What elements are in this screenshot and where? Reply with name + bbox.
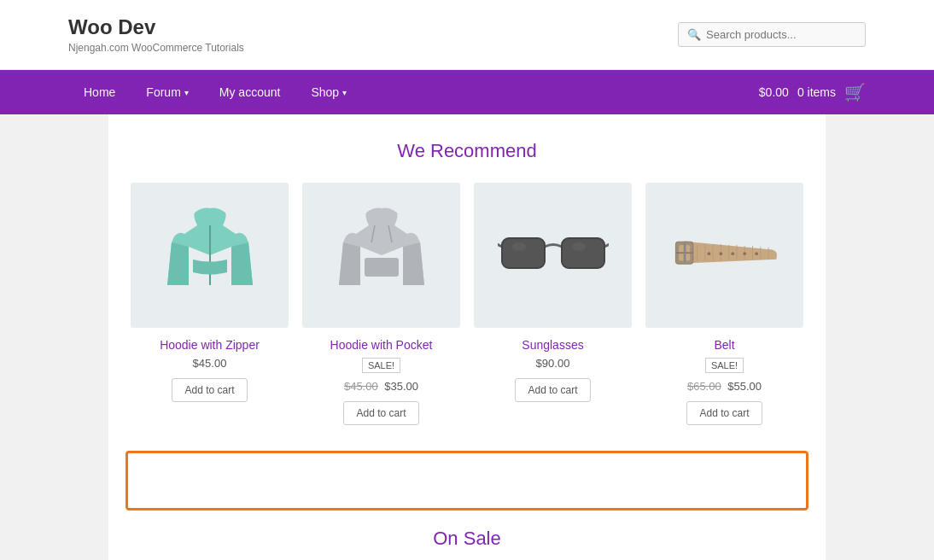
search-input[interactable] [706, 28, 856, 41]
svg-point-28 [707, 252, 710, 255]
product-card-sunglasses: Sunglasses $90.00 Add to cart [474, 183, 632, 425]
product-image-sunglasses [474, 183, 632, 328]
original-price-belt: $65.00 [687, 380, 721, 393]
product-image-hoodie-zipper [131, 183, 289, 328]
svg-point-29 [719, 252, 722, 255]
svg-rect-27 [683, 243, 686, 262]
nav-item-home-label: Home [84, 85, 115, 99]
site-title: Woo Dev [68, 15, 244, 39]
product-card-hoodie-zipper: Hoodie with Zipper $45.00 Add to cart [131, 183, 289, 425]
main-content: We Recommend Hoodie with Z [108, 114, 826, 560]
on-sale-title: On Sale [126, 528, 808, 550]
product-name-hoodie-pocket: Hoodie with Pocket [302, 338, 460, 352]
hoodie-pocket-svg [330, 200, 433, 311]
navigation: Home Forum ▾ My account Shop ▾ $0.00 0 i… [0, 70, 934, 114]
nav-item-myaccount[interactable]: My account [204, 70, 296, 114]
nav-links: Home Forum ▾ My account Shop ▾ [68, 70, 362, 114]
product-image-belt [645, 183, 803, 328]
product-name-belt: Belt [645, 338, 803, 352]
shop-chevron-icon: ▾ [342, 88, 347, 97]
logo: Woo Dev Njengah.com WooCommerce Tutorial… [68, 15, 244, 54]
nav-item-forum-label: Forum [146, 85, 180, 99]
site-subtitle: Njengah.com WooCommerce Tutorials [68, 42, 244, 54]
cart-amount: $0.00 [759, 85, 789, 99]
nav-item-home[interactable]: Home [68, 70, 131, 114]
sale-price-belt: $55.00 [727, 380, 762, 393]
product-price-sunglasses: $90.00 [474, 357, 632, 370]
sale-price-hoodie-pocket: $35.00 [384, 380, 418, 393]
product-prices-belt: $65.00 $55.00 [645, 380, 803, 393]
product-grid-recommend: Hoodie with Zipper $45.00 Add to cart [126, 183, 808, 425]
nav-item-shop-label: Shop [311, 85, 339, 99]
cart-icon: 🛒 [844, 82, 866, 102]
product-name-hoodie-zipper: Hoodie with Zipper [131, 338, 289, 352]
svg-point-31 [743, 252, 746, 255]
orange-highlighted-box [126, 451, 808, 510]
svg-rect-5 [562, 238, 604, 268]
product-image-hoodie-pocket [302, 183, 460, 328]
svg-point-8 [512, 242, 526, 251]
sunglasses-svg [498, 221, 609, 289]
product-card-belt: Belt SALE! $65.00 $55.00 Add to cart [645, 183, 803, 425]
svg-point-32 [755, 252, 758, 255]
product-name-sunglasses: Sunglasses [474, 338, 632, 352]
svg-point-30 [731, 252, 734, 255]
hoodie-zipper-svg [159, 200, 261, 311]
svg-rect-1 [365, 258, 399, 277]
forum-chevron-icon: ▾ [184, 88, 189, 97]
nav-cart[interactable]: $0.00 0 items 🛒 [759, 82, 866, 102]
product-price-hoodie-zipper: $45.00 [131, 357, 289, 370]
original-price-hoodie-pocket: $45.00 [344, 380, 378, 393]
header: Woo Dev Njengah.com WooCommerce Tutorial… [0, 0, 934, 70]
search-bar[interactable]: 🔍 [678, 22, 866, 47]
add-to-cart-belt[interactable]: Add to cart [686, 401, 762, 425]
cart-items-count: 0 items [797, 85, 836, 99]
sale-badge-hoodie-pocket: SALE! [362, 358, 400, 373]
nav-item-shop[interactable]: Shop ▾ [295, 70, 362, 114]
recommend-title: We Recommend [126, 140, 808, 162]
product-prices-hoodie-pocket: $45.00 $35.00 [302, 380, 460, 393]
add-to-cart-hoodie-pocket[interactable]: Add to cart [343, 401, 418, 425]
svg-rect-4 [502, 238, 545, 268]
svg-point-9 [572, 242, 586, 251]
nav-item-forum[interactable]: Forum ▾ [131, 70, 203, 114]
add-to-cart-hoodie-zipper[interactable]: Add to cart [172, 378, 247, 402]
search-icon: 🔍 [687, 28, 701, 41]
belt-svg [669, 217, 780, 294]
product-card-hoodie-pocket: Hoodie with Pocket SALE! $45.00 $35.00 A… [302, 183, 460, 425]
add-to-cart-sunglasses[interactable]: Add to cart [515, 378, 590, 402]
nav-item-myaccount-label: My account [219, 85, 281, 99]
sale-badge-belt: SALE! [705, 358, 744, 373]
